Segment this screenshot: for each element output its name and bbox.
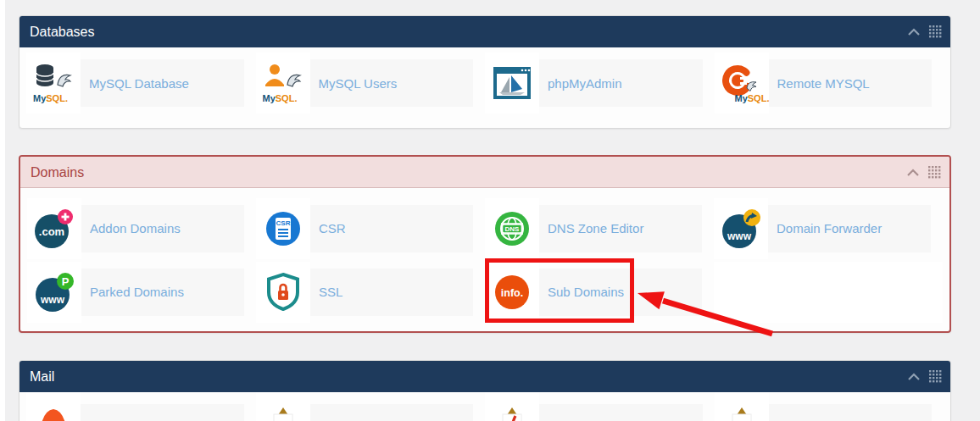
mail-item-2[interactable] [256, 397, 486, 421]
item-label: Parked Domains [81, 269, 244, 316]
item-label: CSR [310, 205, 473, 252]
item-label: MySQL Users [310, 59, 474, 107]
item-label: phpMyAdmin [539, 59, 703, 107]
domain-forwarder-icon: www [721, 208, 761, 249]
section-mail: Mail [19, 360, 951, 421]
section-domains: Domains .com Addon Domai [19, 155, 951, 333]
item-parked-domains[interactable]: www P Parked Domains [27, 262, 256, 323]
svg-text:.com: .com [39, 225, 64, 238]
mail-item-4[interactable] [715, 397, 944, 421]
sub-domains-icon: info. [492, 272, 532, 313]
item-dns-zone-editor[interactable]: DNS DNS Zone Editor [485, 198, 714, 259]
svg-text:CSR: CSR [276, 219, 291, 227]
item-mysql-users[interactable]: MySQL. MySQL Users [256, 53, 486, 114]
parked-domains-icon: www P [34, 272, 75, 313]
item-phpmyadmin[interactable]: phpMyAdmin [485, 53, 715, 114]
drag-grid-icon[interactable] [929, 370, 942, 383]
mail-item-1[interactable] [26, 397, 256, 421]
section-databases: Databases MySQL. MySQL Dat [19, 15, 951, 129]
item-label: MySQL Database [81, 59, 244, 107]
item-label: Domain Forwarder [768, 205, 931, 252]
mail-icon-4 [721, 402, 762, 421]
svg-text:www: www [40, 294, 65, 306]
item-label [769, 404, 933, 421]
item-csr[interactable]: CSR CSR [256, 198, 485, 259]
item-mysql-database[interactable]: MySQL. MySQL Database [26, 53, 256, 114]
item-label: SSL [310, 269, 473, 316]
item-label: Sub Domains [539, 269, 702, 316]
phpmyadmin-icon [492, 63, 532, 103]
page-left-edge [0, 0, 5, 421]
ssl-icon [263, 272, 303, 313]
section-title: Domains [31, 165, 84, 180]
drag-grid-icon[interactable] [929, 25, 942, 38]
svg-text:info.: info. [501, 286, 523, 298]
drag-grid-icon[interactable] [928, 166, 941, 179]
item-remote-mysql[interactable]: MySQL. Remote MYSQL [715, 53, 944, 114]
addon-domains-icon: .com [34, 208, 75, 249]
mail-item-3[interactable] [485, 397, 715, 421]
chevron-up-icon[interactable] [907, 373, 921, 381]
item-label [310, 404, 474, 421]
chevron-up-icon[interactable] [906, 169, 920, 177]
item-sub-domains[interactable]: info. Sub Domains [485, 262, 714, 323]
mail-icon-1 [33, 402, 74, 421]
section-header-mail: Mail [19, 361, 950, 392]
item-label: Addon Domains [81, 205, 244, 252]
mail-icon-2 [263, 402, 303, 421]
mysql-users-icon: MySQL. [263, 63, 303, 103]
item-addon-domains[interactable]: .com Addon Domains [27, 198, 256, 259]
empty-grid-cell [714, 262, 943, 323]
svg-text:DNS: DNS [505, 225, 521, 233]
section-header-databases: Databases [19, 16, 950, 47]
mail-icon-3 [492, 402, 532, 421]
svg-text:www: www [727, 230, 752, 242]
section-header-domains: Domains [20, 157, 949, 188]
mysql-database-icon: MySQL. [33, 63, 74, 103]
svg-text:P: P [62, 274, 70, 287]
item-label [539, 404, 703, 421]
item-ssl[interactable]: SSL [256, 262, 485, 323]
chevron-up-icon[interactable] [907, 28, 921, 36]
csr-icon: CSR [263, 208, 303, 249]
item-label [81, 404, 244, 421]
item-label: Remote MYSQL [769, 59, 933, 107]
dns-zone-editor-icon: DNS [492, 208, 532, 249]
item-label: DNS Zone Editor [539, 205, 702, 252]
remote-mysql-icon: MySQL. [721, 63, 762, 103]
section-title: Databases [30, 25, 95, 39]
section-title: Mail [30, 369, 54, 384]
item-domain-forwarder[interactable]: www Domain Forwarder [714, 198, 943, 259]
